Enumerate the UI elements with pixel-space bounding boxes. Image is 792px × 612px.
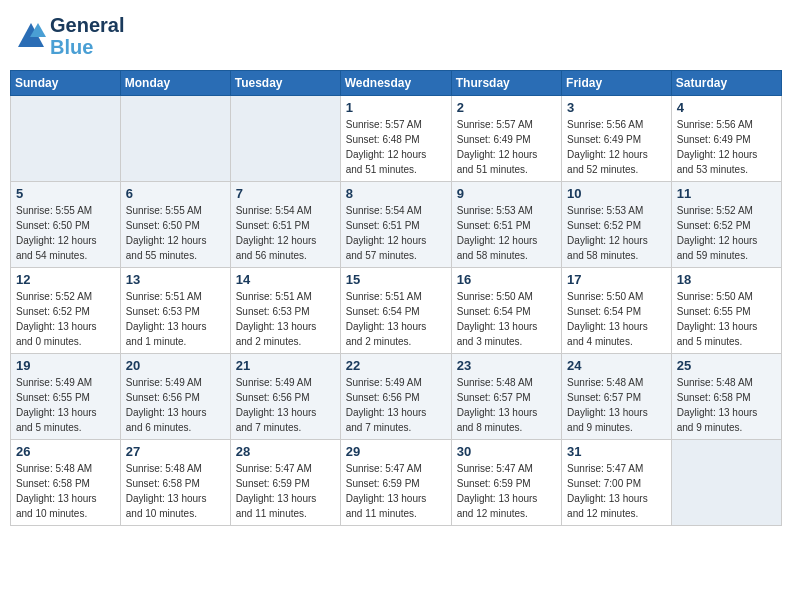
day-number: 19: [16, 358, 115, 373]
day-number: 27: [126, 444, 225, 459]
day-header: Sunday: [11, 71, 121, 96]
logo-text: General Blue: [50, 14, 124, 58]
calendar-cell: 23Sunrise: 5:48 AMSunset: 6:57 PMDayligh…: [451, 354, 561, 440]
day-info: Sunrise: 5:56 AMSunset: 6:49 PMDaylight:…: [677, 117, 776, 177]
logo-icon: [16, 21, 46, 51]
day-number: 26: [16, 444, 115, 459]
day-number: 20: [126, 358, 225, 373]
day-number: 12: [16, 272, 115, 287]
calendar-week-row: 5Sunrise: 5:55 AMSunset: 6:50 PMDaylight…: [11, 182, 782, 268]
day-number: 28: [236, 444, 335, 459]
calendar-cell: 3Sunrise: 5:56 AMSunset: 6:49 PMDaylight…: [562, 96, 672, 182]
day-info: Sunrise: 5:49 AMSunset: 6:56 PMDaylight:…: [126, 375, 225, 435]
day-number: 14: [236, 272, 335, 287]
calendar-cell: 6Sunrise: 5:55 AMSunset: 6:50 PMDaylight…: [120, 182, 230, 268]
day-number: 24: [567, 358, 666, 373]
calendar-cell: 16Sunrise: 5:50 AMSunset: 6:54 PMDayligh…: [451, 268, 561, 354]
day-number: 22: [346, 358, 446, 373]
day-header: Tuesday: [230, 71, 340, 96]
calendar-cell: 20Sunrise: 5:49 AMSunset: 6:56 PMDayligh…: [120, 354, 230, 440]
calendar-cell: [230, 96, 340, 182]
day-number: 31: [567, 444, 666, 459]
calendar-cell: 28Sunrise: 5:47 AMSunset: 6:59 PMDayligh…: [230, 440, 340, 526]
calendar-cell: 27Sunrise: 5:48 AMSunset: 6:58 PMDayligh…: [120, 440, 230, 526]
day-number: 9: [457, 186, 556, 201]
calendar-cell: 17Sunrise: 5:50 AMSunset: 6:54 PMDayligh…: [562, 268, 672, 354]
day-info: Sunrise: 5:55 AMSunset: 6:50 PMDaylight:…: [16, 203, 115, 263]
calendar-cell: 19Sunrise: 5:49 AMSunset: 6:55 PMDayligh…: [11, 354, 121, 440]
calendar-cell: [11, 96, 121, 182]
calendar-body: 1Sunrise: 5:57 AMSunset: 6:48 PMDaylight…: [11, 96, 782, 526]
calendar-cell: 4Sunrise: 5:56 AMSunset: 6:49 PMDaylight…: [671, 96, 781, 182]
day-info: Sunrise: 5:56 AMSunset: 6:49 PMDaylight:…: [567, 117, 666, 177]
day-info: Sunrise: 5:49 AMSunset: 6:55 PMDaylight:…: [16, 375, 115, 435]
calendar-cell: 9Sunrise: 5:53 AMSunset: 6:51 PMDaylight…: [451, 182, 561, 268]
day-number: 23: [457, 358, 556, 373]
calendar-cell: 11Sunrise: 5:52 AMSunset: 6:52 PMDayligh…: [671, 182, 781, 268]
calendar-cell: 22Sunrise: 5:49 AMSunset: 6:56 PMDayligh…: [340, 354, 451, 440]
calendar-cell: 14Sunrise: 5:51 AMSunset: 6:53 PMDayligh…: [230, 268, 340, 354]
day-number: 4: [677, 100, 776, 115]
calendar-week-row: 19Sunrise: 5:49 AMSunset: 6:55 PMDayligh…: [11, 354, 782, 440]
day-info: Sunrise: 5:48 AMSunset: 6:57 PMDaylight:…: [567, 375, 666, 435]
day-info: Sunrise: 5:47 AMSunset: 6:59 PMDaylight:…: [457, 461, 556, 521]
day-number: 21: [236, 358, 335, 373]
day-number: 7: [236, 186, 335, 201]
calendar-week-row: 26Sunrise: 5:48 AMSunset: 6:58 PMDayligh…: [11, 440, 782, 526]
day-number: 25: [677, 358, 776, 373]
calendar-cell: 26Sunrise: 5:48 AMSunset: 6:58 PMDayligh…: [11, 440, 121, 526]
day-number: 10: [567, 186, 666, 201]
day-header: Wednesday: [340, 71, 451, 96]
day-info: Sunrise: 5:57 AMSunset: 6:48 PMDaylight:…: [346, 117, 446, 177]
calendar-header-row: SundayMondayTuesdayWednesdayThursdayFrid…: [11, 71, 782, 96]
calendar-cell: 5Sunrise: 5:55 AMSunset: 6:50 PMDaylight…: [11, 182, 121, 268]
day-info: Sunrise: 5:50 AMSunset: 6:54 PMDaylight:…: [457, 289, 556, 349]
calendar-cell: 15Sunrise: 5:51 AMSunset: 6:54 PMDayligh…: [340, 268, 451, 354]
calendar-cell: [671, 440, 781, 526]
day-info: Sunrise: 5:49 AMSunset: 6:56 PMDaylight:…: [236, 375, 335, 435]
day-number: 2: [457, 100, 556, 115]
day-number: 29: [346, 444, 446, 459]
day-info: Sunrise: 5:48 AMSunset: 6:58 PMDaylight:…: [677, 375, 776, 435]
day-header: Friday: [562, 71, 672, 96]
calendar-cell: 30Sunrise: 5:47 AMSunset: 6:59 PMDayligh…: [451, 440, 561, 526]
day-number: 6: [126, 186, 225, 201]
day-info: Sunrise: 5:48 AMSunset: 6:57 PMDaylight:…: [457, 375, 556, 435]
calendar-cell: 2Sunrise: 5:57 AMSunset: 6:49 PMDaylight…: [451, 96, 561, 182]
calendar-week-row: 12Sunrise: 5:52 AMSunset: 6:52 PMDayligh…: [11, 268, 782, 354]
day-info: Sunrise: 5:57 AMSunset: 6:49 PMDaylight:…: [457, 117, 556, 177]
day-info: Sunrise: 5:55 AMSunset: 6:50 PMDaylight:…: [126, 203, 225, 263]
calendar-cell: 29Sunrise: 5:47 AMSunset: 6:59 PMDayligh…: [340, 440, 451, 526]
day-info: Sunrise: 5:51 AMSunset: 6:53 PMDaylight:…: [126, 289, 225, 349]
calendar-cell: [120, 96, 230, 182]
day-info: Sunrise: 5:54 AMSunset: 6:51 PMDaylight:…: [346, 203, 446, 263]
day-number: 8: [346, 186, 446, 201]
day-info: Sunrise: 5:48 AMSunset: 6:58 PMDaylight:…: [126, 461, 225, 521]
day-info: Sunrise: 5:50 AMSunset: 6:55 PMDaylight:…: [677, 289, 776, 349]
day-number: 13: [126, 272, 225, 287]
day-number: 15: [346, 272, 446, 287]
calendar-cell: 18Sunrise: 5:50 AMSunset: 6:55 PMDayligh…: [671, 268, 781, 354]
calendar-cell: 31Sunrise: 5:47 AMSunset: 7:00 PMDayligh…: [562, 440, 672, 526]
day-number: 16: [457, 272, 556, 287]
day-number: 17: [567, 272, 666, 287]
day-number: 11: [677, 186, 776, 201]
calendar-cell: 12Sunrise: 5:52 AMSunset: 6:52 PMDayligh…: [11, 268, 121, 354]
calendar-cell: 21Sunrise: 5:49 AMSunset: 6:56 PMDayligh…: [230, 354, 340, 440]
day-info: Sunrise: 5:51 AMSunset: 6:53 PMDaylight:…: [236, 289, 335, 349]
day-info: Sunrise: 5:53 AMSunset: 6:52 PMDaylight:…: [567, 203, 666, 263]
day-info: Sunrise: 5:47 AMSunset: 6:59 PMDaylight:…: [346, 461, 446, 521]
calendar-week-row: 1Sunrise: 5:57 AMSunset: 6:48 PMDaylight…: [11, 96, 782, 182]
day-number: 1: [346, 100, 446, 115]
day-number: 30: [457, 444, 556, 459]
calendar-cell: 10Sunrise: 5:53 AMSunset: 6:52 PMDayligh…: [562, 182, 672, 268]
day-number: 3: [567, 100, 666, 115]
logo: General Blue: [16, 14, 124, 58]
calendar-cell: 8Sunrise: 5:54 AMSunset: 6:51 PMDaylight…: [340, 182, 451, 268]
calendar-cell: 1Sunrise: 5:57 AMSunset: 6:48 PMDaylight…: [340, 96, 451, 182]
day-header: Monday: [120, 71, 230, 96]
day-number: 5: [16, 186, 115, 201]
day-info: Sunrise: 5:50 AMSunset: 6:54 PMDaylight:…: [567, 289, 666, 349]
day-info: Sunrise: 5:53 AMSunset: 6:51 PMDaylight:…: [457, 203, 556, 263]
day-info: Sunrise: 5:52 AMSunset: 6:52 PMDaylight:…: [677, 203, 776, 263]
